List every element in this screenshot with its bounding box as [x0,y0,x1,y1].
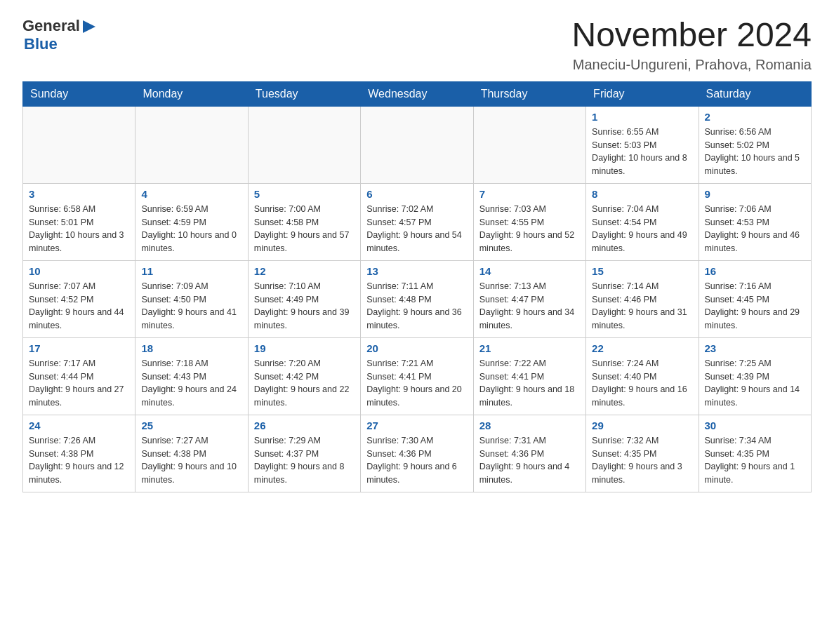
day-info: Sunrise: 7:20 AMSunset: 4:42 PMDaylight:… [254,357,355,410]
day-number: 22 [592,342,692,354]
column-header-monday: Monday [135,81,248,106]
day-cell [473,106,585,183]
day-cell: 3Sunrise: 6:58 AMSunset: 5:01 PMDaylight… [23,183,135,260]
day-info: Sunrise: 6:55 AMSunset: 5:03 PMDaylight:… [592,126,692,178]
day-number: 5 [254,188,355,200]
day-info: Sunrise: 6:59 AMSunset: 4:59 PMDaylight:… [141,203,241,255]
day-cell: 15Sunrise: 7:14 AMSunset: 4:46 PMDayligh… [586,260,699,337]
day-cell: 18Sunrise: 7:18 AMSunset: 4:43 PMDayligh… [135,337,248,415]
day-cell: 28Sunrise: 7:31 AMSunset: 4:36 PMDayligh… [473,415,585,492]
day-cell: 8Sunrise: 7:04 AMSunset: 4:54 PMDaylight… [586,183,699,260]
week-row-2: 3Sunrise: 6:58 AMSunset: 5:01 PMDaylight… [23,183,812,260]
day-cell: 30Sunrise: 7:34 AMSunset: 4:35 PMDayligh… [699,415,811,492]
day-cell: 4Sunrise: 6:59 AMSunset: 4:59 PMDaylight… [135,183,248,260]
day-info: Sunrise: 7:14 AMSunset: 4:46 PMDaylight:… [592,280,692,333]
day-number: 9 [705,188,805,200]
day-cell: 7Sunrise: 7:03 AMSunset: 4:55 PMDaylight… [473,183,585,260]
day-cell: 14Sunrise: 7:13 AMSunset: 4:47 PMDayligh… [473,260,585,337]
day-info: Sunrise: 7:04 AMSunset: 4:54 PMDaylight:… [592,203,692,255]
day-info: Sunrise: 7:34 AMSunset: 4:35 PMDaylight:… [705,434,805,487]
day-number: 3 [29,188,129,200]
day-number: 2 [705,111,805,123]
day-info: Sunrise: 7:10 AMSunset: 4:49 PMDaylight:… [254,280,355,333]
logo-triangle-icon [81,19,97,34]
day-number: 12 [254,265,355,277]
column-header-friday: Friday [586,81,699,106]
column-header-wednesday: Wednesday [361,81,473,106]
day-cell [361,106,473,183]
day-number: 18 [141,342,241,354]
location-subtitle: Maneciu-Ungureni, Prahova, Romania [571,57,812,73]
day-cell: 10Sunrise: 7:07 AMSunset: 4:52 PMDayligh… [23,260,135,337]
day-cell: 6Sunrise: 7:02 AMSunset: 4:57 PMDaylight… [361,183,473,260]
day-cell: 24Sunrise: 7:26 AMSunset: 4:38 PMDayligh… [23,415,135,492]
day-number: 27 [366,420,467,431]
day-cell: 9Sunrise: 7:06 AMSunset: 4:53 PMDaylight… [699,183,811,260]
column-header-tuesday: Tuesday [248,81,360,106]
day-number: 11 [141,265,241,277]
logo-general-text: General [22,17,80,35]
column-header-thursday: Thursday [473,81,585,106]
day-number: 24 [29,420,129,431]
day-cell: 16Sunrise: 7:16 AMSunset: 4:45 PMDayligh… [699,260,811,337]
day-cell: 20Sunrise: 7:21 AMSunset: 4:41 PMDayligh… [361,337,473,415]
day-info: Sunrise: 7:31 AMSunset: 4:36 PMDaylight:… [479,434,580,487]
day-cell: 25Sunrise: 7:27 AMSunset: 4:38 PMDayligh… [135,415,248,492]
day-info: Sunrise: 7:18 AMSunset: 4:43 PMDaylight:… [141,357,241,410]
day-number: 4 [141,188,241,200]
day-cell: 19Sunrise: 7:20 AMSunset: 4:42 PMDayligh… [248,337,360,415]
day-info: Sunrise: 7:11 AMSunset: 4:48 PMDaylight:… [366,280,467,333]
day-number: 28 [479,420,580,431]
day-cell: 27Sunrise: 7:30 AMSunset: 4:36 PMDayligh… [361,415,473,492]
day-number: 21 [479,342,580,354]
page-header: General Blue November 2024 Maneciu-Ungur… [22,17,812,73]
day-number: 10 [29,265,129,277]
day-number: 8 [592,188,692,200]
day-info: Sunrise: 7:03 AMSunset: 4:55 PMDaylight:… [479,203,580,255]
day-info: Sunrise: 7:27 AMSunset: 4:38 PMDaylight:… [141,434,241,487]
day-cell: 5Sunrise: 7:00 AMSunset: 4:58 PMDaylight… [248,183,360,260]
day-cell [23,106,135,183]
day-cell: 26Sunrise: 7:29 AMSunset: 4:37 PMDayligh… [248,415,360,492]
calendar-table: SundayMondayTuesdayWednesdayThursdayFrid… [22,81,812,492]
day-number: 17 [29,342,129,354]
day-info: Sunrise: 7:17 AMSunset: 4:44 PMDaylight:… [29,357,129,410]
day-info: Sunrise: 7:21 AMSunset: 4:41 PMDaylight:… [366,357,467,410]
title-area: November 2024 Maneciu-Ungureni, Prahova,… [571,17,812,73]
day-number: 30 [705,420,805,431]
day-cell [248,106,360,183]
day-number: 19 [254,342,355,354]
logo-blue-text: Blue [24,35,97,53]
day-info: Sunrise: 7:16 AMSunset: 4:45 PMDaylight:… [705,280,805,333]
column-header-saturday: Saturday [699,81,811,106]
day-number: 25 [141,420,241,431]
day-number: 15 [592,265,692,277]
day-number: 16 [705,265,805,277]
day-info: Sunrise: 7:02 AMSunset: 4:57 PMDaylight:… [366,203,467,255]
day-number: 1 [592,111,692,123]
week-row-5: 24Sunrise: 7:26 AMSunset: 4:38 PMDayligh… [23,415,812,492]
day-number: 23 [705,342,805,354]
day-info: Sunrise: 7:00 AMSunset: 4:58 PMDaylight:… [254,203,355,255]
day-info: Sunrise: 7:22 AMSunset: 4:41 PMDaylight:… [479,357,580,410]
column-header-sunday: Sunday [23,81,135,106]
day-cell: 21Sunrise: 7:22 AMSunset: 4:41 PMDayligh… [473,337,585,415]
day-number: 20 [366,342,467,354]
day-cell: 29Sunrise: 7:32 AMSunset: 4:35 PMDayligh… [586,415,699,492]
day-cell: 17Sunrise: 7:17 AMSunset: 4:44 PMDayligh… [23,337,135,415]
day-number: 26 [254,420,355,431]
week-row-3: 10Sunrise: 7:07 AMSunset: 4:52 PMDayligh… [23,260,812,337]
day-cell: 11Sunrise: 7:09 AMSunset: 4:50 PMDayligh… [135,260,248,337]
day-number: 13 [366,265,467,277]
day-info: Sunrise: 6:58 AMSunset: 5:01 PMDaylight:… [29,203,129,255]
day-info: Sunrise: 7:30 AMSunset: 4:36 PMDaylight:… [366,434,467,487]
day-info: Sunrise: 7:32 AMSunset: 4:35 PMDaylight:… [592,434,692,487]
day-number: 7 [479,188,580,200]
day-cell: 13Sunrise: 7:11 AMSunset: 4:48 PMDayligh… [361,260,473,337]
day-cell: 22Sunrise: 7:24 AMSunset: 4:40 PMDayligh… [586,337,699,415]
day-cell: 23Sunrise: 7:25 AMSunset: 4:39 PMDayligh… [699,337,811,415]
week-row-1: 1Sunrise: 6:55 AMSunset: 5:03 PMDaylight… [23,106,812,183]
day-number: 29 [592,420,692,431]
day-info: Sunrise: 7:06 AMSunset: 4:53 PMDaylight:… [705,203,805,255]
day-info: Sunrise: 7:09 AMSunset: 4:50 PMDaylight:… [141,280,241,333]
